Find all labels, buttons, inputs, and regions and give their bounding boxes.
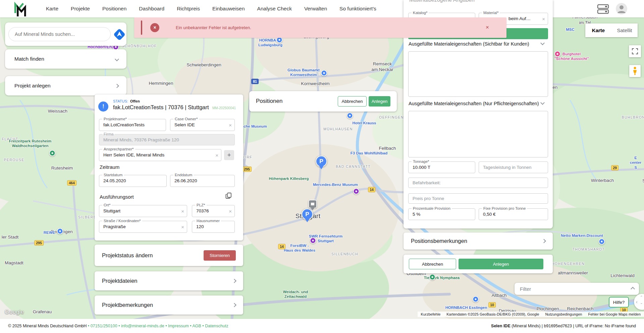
material-anlegen-button[interactable]: Anlegen [459,259,543,269]
prozentuale-provision-field[interactable]: Prozentuale Provision 5 % [408,208,475,220]
befahrbarkeit-field[interactable]: Befahrbarkeit: [408,178,548,188]
enddatum-label: Enddatum [173,173,194,177]
nav-item-projekte[interactable]: Projekte [71,6,90,12]
mineral-minds-logo-icon[interactable] [13,2,28,16]
ort-field[interactable]: Ort* Stuttgart × [99,205,187,217]
nav-item-positionen[interactable]: Positionen [102,6,126,12]
material-actions-card: Abbrechen Anlegen [404,255,553,273]
attribution-link[interactable]: Fehler bei Google Maps melden [588,312,641,316]
attribution-text: Kartendaten ©2025 GeoBasis-DE/BKG (©2009… [446,312,539,316]
stornieren-button[interactable]: Stornieren [204,250,236,261]
poi-marker[interactable] [554,51,561,57]
clear-icon[interactable]: × [542,16,545,22]
poi-marker[interactable] [310,238,316,244]
poi-marker[interactable] [321,70,327,76]
zeitraum-heading: Zeitraum [100,164,119,170]
footer-link[interactable]: info@mineral-minds.de [121,324,164,328]
chevron-down-icon[interactable] [540,101,545,105]
pflicht-eigenschaften-box[interactable] [408,111,548,157]
poi-marker[interactable] [347,113,353,119]
match-finden-label: Match finden [14,56,44,62]
error-icon: × [150,23,159,32]
footer-link[interactable]: • [117,324,121,328]
footer-link[interactable]: • [201,324,205,328]
projektbemerkungen-card[interactable]: Projektbemerkungen [95,295,243,315]
positionen-panel: Positionen Abbrechen Anlegen [249,91,397,112]
positionsbemerkungen-card[interactable]: Positionsbemerkungen [404,232,553,250]
poi-marker[interactable] [49,150,56,156]
footer-link[interactable]: • [164,324,168,328]
map-type-satellit[interactable]: Satellit [611,23,638,37]
nav-item-verwalten[interactable]: Verwalten [304,6,327,12]
nav-item-so-funktioniert-s[interactable]: So funktioniert's [339,6,376,12]
footer-link[interactable]: Datenschutz [205,324,228,328]
chevron-down-icon[interactable] [540,41,545,45]
fullscreen-button[interactable] [629,45,641,57]
attribution-link[interactable]: Nutzungsbedingungen [545,312,582,316]
clear-icon[interactable]: × [181,208,184,214]
preis-pro-tonne-field[interactable]: Preis pro Tonne [408,193,548,204]
filter-input[interactable] [520,286,631,292]
plz-field[interactable]: PLZ* 70376 × [192,205,235,217]
material-panel-heading: Materialbezogene Angaben [409,0,475,3]
befahrbarkeit-placeholder: Befahrbarkeit: [409,178,548,188]
clear-icon[interactable]: × [229,122,232,128]
nav-item-einbauweisen[interactable]: Einbauweisen [212,6,245,12]
error-close-icon[interactable]: × [486,24,489,31]
case-owner-field[interactable]: Case Owner* Selen IDE × [170,119,235,131]
nav-item-analyse-check[interactable]: Analyse Check [257,6,292,12]
nav-item-dashboard[interactable]: Dashboard [139,6,164,12]
google-logo[interactable]: Google [5,309,24,316]
status-info-icon: ! [98,102,108,112]
footer-link[interactable]: • [189,324,193,328]
hilfe-button[interactable]: Hilfe? [609,297,629,308]
clear-icon[interactable]: × [229,208,232,214]
poi-marker[interactable] [353,188,360,195]
chevron-up-icon[interactable] [631,287,635,291]
nav-item-karte[interactable]: Karte [46,6,58,12]
poi-marker[interactable] [473,296,479,303]
attribution-link[interactable]: Kurzbefehle [421,312,441,316]
footer-link[interactable]: 07151/250100 [91,324,117,328]
nav-item-richtpreis[interactable]: Richtpreis [177,6,200,12]
startdatum-field[interactable]: Startdatum 24.05.2020 [99,175,167,187]
fixe-provision-field[interactable]: Fixe Provision pro Tonne 0,50 € [479,208,548,220]
clear-icon[interactable]: × [181,224,184,230]
strasse-field[interactable]: Straße / Koordinaten* Pragstraße × [99,221,187,233]
footer-link[interactable]: • [87,324,90,328]
clear-icon[interactable]: × [215,152,218,158]
projektname-label: Projektname* [102,117,128,121]
positionen-anlegen-button[interactable]: Anlegen [369,96,390,107]
pegman-button[interactable] [629,65,641,77]
building-marker[interactable] [308,200,317,210]
match-finden-card[interactable]: Match finden [5,49,126,69]
sichtbar-eigenschaften-box[interactable] [408,51,548,97]
projektdateien-card[interactable]: Projektdateien [95,271,243,290]
footer-link[interactable]: Impressum [168,324,189,328]
copy-icon[interactable] [225,192,232,199]
positionen-abbrechen-button[interactable]: Abbrechen [338,96,367,107]
hausnummer-field[interactable]: Hausnummer 120 [192,221,235,233]
nav-menu: KarteProjektePositionenDashboardRichtpre… [46,0,376,17]
ansprechpartner-field[interactable]: Ansprechpartner* Herr Selen IDE, Mineral… [99,149,221,161]
parking-pin[interactable]: P [302,209,313,222]
search-input[interactable] [8,27,111,41]
enddatum-field[interactable]: Enddatum 26.06.2020 [170,175,235,187]
map-type-karte[interactable]: Karte [585,23,611,37]
user-avatar-icon[interactable] [616,3,627,14]
tagesleistung-field[interactable]: Tagesleistung in Tonnen [479,161,548,173]
material-abbrechen-button[interactable]: Abbrechen [409,259,456,269]
add-contact-button[interactable]: + [224,150,234,160]
parking-pin[interactable]: P [316,156,327,170]
poi-marker[interactable] [599,239,605,245]
projektname-field[interactable]: Projektname* fak.LotCreationTests [99,119,166,131]
poi-marker[interactable] [429,274,436,280]
footer-link[interactable]: AGB [192,324,201,328]
project-id: MM-202500041 [212,106,236,110]
error-message: Ein unbekannter Fehler ist aufgetreten. [176,17,251,38]
card-reader-icon[interactable] [597,4,609,14]
projekt-anlegen-card[interactable]: Projekt anlegen [5,76,126,95]
navigate-diamond-icon[interactable] [112,27,126,42]
tonnage-field[interactable]: Tonnage* 10.000 T [408,161,475,173]
poi-marker[interactable] [57,228,63,235]
